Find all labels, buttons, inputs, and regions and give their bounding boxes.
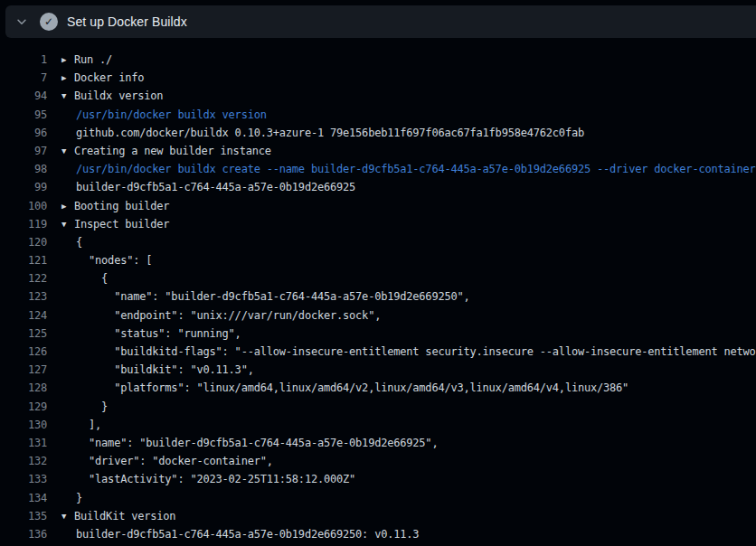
line-number[interactable]: 121 [0, 251, 47, 269]
group-title: Inspect builder [74, 215, 169, 233]
triangle-right-icon: ▶ [61, 69, 74, 87]
log-group-row[interactable]: 7▶Docker info [0, 69, 756, 87]
triangle-down-icon: ▼ [61, 507, 74, 525]
output-text: "driver": "docker-container", [76, 452, 273, 470]
line-number[interactable]: 96 [0, 124, 47, 142]
log-line: 95/usr/bin/docker buildx version [0, 106, 756, 124]
chevron-down-icon[interactable] [14, 14, 29, 29]
output-text: "buildkit": "v0.11.3", [76, 361, 254, 379]
log-viewer: 1▶Run ./7▶Docker info94▼Buildx version95… [0, 38, 756, 546]
line-number[interactable]: 97 [0, 142, 47, 160]
line-number[interactable]: 98 [0, 160, 47, 178]
output-text: } [76, 489, 82, 507]
log-line: 123 "name": "builder-d9cfb5a1-c764-445a-… [0, 287, 756, 306]
output-text: "nodes": [ [76, 251, 152, 269]
log-line: 121 "nodes": [ [0, 251, 756, 269]
line-number[interactable]: 129 [0, 398, 47, 416]
line-number[interactable]: 136 [0, 525, 47, 543]
triangle-right-icon: ▶ [61, 197, 74, 215]
line-number[interactable]: 7 [0, 69, 47, 87]
line-number[interactable]: 125 [0, 325, 47, 343]
output-text: builder-d9cfb5a1-c764-445a-a57e-0b19d2e6… [76, 178, 355, 196]
log-line: 96github.com/docker/buildx 0.10.3+azure-… [0, 124, 756, 142]
check-circle-icon: ✓ [40, 13, 58, 31]
log-line: 131 "name": "builder-d9cfb5a1-c764-445a-… [0, 434, 756, 452]
line-number[interactable]: 134 [0, 489, 47, 507]
line-number[interactable]: 120 [0, 233, 47, 251]
output-text: builder-d9cfb5a1-c764-445a-a57e-0b19d2e6… [76, 525, 419, 543]
log-line: 133 "lastActivity": "2023-02-25T11:58:12… [0, 470, 756, 488]
line-number[interactable]: 99 [0, 178, 47, 196]
triangle-down-icon: ▼ [61, 142, 74, 160]
step-header[interactable]: ✓ Set up Docker Buildx [5, 5, 756, 38]
log-line: 128 "platforms": "linux/amd64,linux/amd6… [0, 379, 756, 397]
line-number[interactable]: 130 [0, 416, 47, 434]
line-number[interactable]: 132 [0, 452, 47, 470]
log-line: 132 "driver": "docker-container", [0, 452, 756, 470]
log-group-row[interactable]: 94▼Buildx version [0, 87, 756, 105]
line-number[interactable]: 131 [0, 434, 47, 452]
log-line: 126 "buildkitd-flags": "--allow-insecure… [0, 343, 756, 361]
output-text: { [76, 269, 108, 287]
line-number[interactable]: 119 [0, 215, 47, 233]
line-number[interactable]: 95 [0, 106, 47, 124]
log-group-row[interactable]: 97▼Creating a new builder instance [0, 142, 756, 160]
line-number[interactable]: 1 [0, 51, 47, 69]
command-text: /usr/bin/docker buildx create --name bui… [76, 160, 756, 178]
line-number[interactable]: 128 [0, 379, 47, 397]
log-line: 134} [0, 489, 756, 507]
output-text: "name": "builder-d9cfb5a1-c764-445a-a57e… [76, 287, 470, 306]
output-text: "lastActivity": "2023-02-25T11:58:12.000… [76, 470, 355, 488]
line-number[interactable]: 122 [0, 269, 47, 287]
log-line: 129 } [0, 398, 756, 416]
group-title: Creating a new builder instance [74, 142, 271, 160]
output-text: "status": "running", [76, 325, 241, 343]
log-group-row[interactable]: 1▶Run ./ [0, 51, 756, 69]
step-title: Set up Docker Buildx [67, 14, 187, 29]
log-group-row[interactable]: 119▼Inspect builder [0, 215, 756, 233]
group-title: Docker info [74, 69, 144, 87]
line-number[interactable]: 135 [0, 507, 47, 525]
group-title: BuildKit version [74, 507, 175, 525]
log-line: 98/usr/bin/docker buildx create --name b… [0, 160, 756, 178]
output-text: } [76, 398, 108, 416]
triangle-down-icon: ▼ [61, 87, 74, 105]
group-title: Buildx version [74, 87, 163, 105]
output-text: github.com/docker/buildx 0.10.3+azure-1 … [76, 124, 584, 142]
command-text: /usr/bin/docker buildx version [76, 106, 267, 124]
log-line: 99builder-d9cfb5a1-c764-445a-a57e-0b19d2… [0, 178, 756, 196]
output-text: { [76, 233, 82, 251]
output-text: ], [76, 416, 101, 434]
log-line: 125 "status": "running", [0, 325, 756, 343]
log-line: 136builder-d9cfb5a1-c764-445a-a57e-0b19d… [0, 525, 756, 543]
line-number[interactable]: 133 [0, 470, 47, 488]
output-text: "buildkitd-flags": "--allow-insecure-ent… [76, 343, 756, 361]
triangle-right-icon: ▶ [61, 51, 74, 69]
log-group-row[interactable]: 135▼BuildKit version [0, 507, 756, 525]
output-text: "platforms": "linux/amd64,linux/amd64/v2… [76, 379, 628, 397]
log-line: 124 "endpoint": "unix:///var/run/docker.… [0, 306, 756, 325]
line-number[interactable]: 124 [0, 306, 47, 325]
line-number[interactable]: 123 [0, 287, 47, 306]
line-number[interactable]: 94 [0, 87, 47, 105]
log-group-row[interactable]: 100▶Booting builder [0, 197, 756, 215]
log-line: 127 "buildkit": "v0.11.3", [0, 361, 756, 379]
log-line: 130 ], [0, 416, 756, 434]
log-line: 120{ [0, 233, 756, 251]
line-number[interactable]: 127 [0, 361, 47, 379]
output-text: "name": "builder-d9cfb5a1-c764-445a-a57e… [76, 434, 438, 452]
group-title: Booting builder [74, 197, 169, 215]
group-title: Run ./ [74, 51, 112, 69]
line-number[interactable]: 100 [0, 197, 47, 215]
triangle-down-icon: ▼ [61, 215, 74, 233]
line-number[interactable]: 126 [0, 343, 47, 361]
output-text: "endpoint": "unix:///var/run/docker.sock… [76, 306, 381, 325]
log-line: 122 { [0, 269, 756, 287]
